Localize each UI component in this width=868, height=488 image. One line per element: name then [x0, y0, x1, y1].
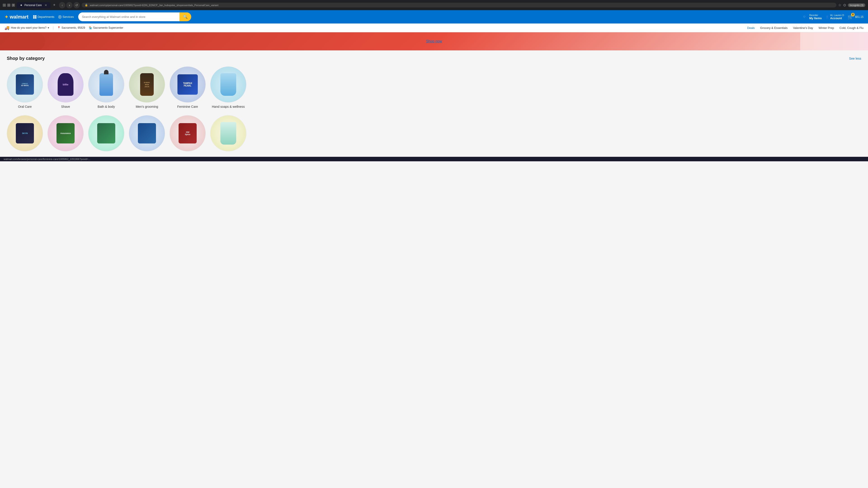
close-button[interactable]: ✕	[12, 4, 15, 7]
category-item-condoms[interactable]: SKYN	[7, 115, 43, 151]
shop-now-button[interactable]: Shop now	[426, 39, 442, 43]
product-billie-image: billie	[58, 73, 73, 96]
departments-nav[interactable]: Departments	[33, 15, 54, 19]
account-button[interactable]: 👤 Hi, Lauren D Account	[826, 14, 844, 20]
refresh-button[interactable]: ↺	[73, 2, 80, 8]
incognito-badge: Incognito (3)	[848, 3, 865, 7]
category-circle-feminine-care: TAMPAXPEARL	[169, 66, 206, 103]
search-button[interactable]: 🔍	[180, 12, 191, 21]
category-label-oral-care: Oral Care	[18, 105, 32, 108]
category-item-feminine-care[interactable]: TAMPAXPEARL Feminine Care	[169, 66, 206, 108]
category-item-bath-body[interactable]: Bath & body	[88, 66, 124, 108]
address-bar[interactable]: 🔒 walmart.com/cp/personal-care/1005862?p…	[82, 3, 836, 7]
category-item-hand-soaps[interactable]: Hand soaps & wellness	[210, 66, 246, 108]
category-label-feminine-care: Feminine Care	[177, 105, 198, 108]
heart-icon: ♡	[803, 15, 806, 19]
walmart-logo[interactable]: ✦ walmart	[4, 14, 29, 20]
tab-title: Personal Care	[24, 4, 42, 7]
category-label-shave: Shave	[61, 105, 70, 108]
svg-rect-0	[33, 15, 35, 17]
active-tab[interactable]: ✦ Personal Care ✕	[17, 2, 51, 8]
category-item-womens-underwear[interactable]: Assurance	[48, 115, 84, 151]
category-item-ear-care[interactable]	[129, 115, 165, 151]
category-grid-row1: CREST 3D WHITE Oral Care billie Shave	[7, 66, 861, 108]
address-bar-icon: 🔒	[85, 4, 88, 6]
svg-rect-2	[33, 17, 35, 18]
search-input[interactable]	[78, 12, 180, 21]
product-oldspice-image: OldSpice	[179, 123, 197, 143]
browser-chrome: ─ □ ✕ ✦ Personal Care ✕ + ‹ › ↺ 🔒 walmar…	[0, 0, 868, 10]
reorder-label: Reorder	[809, 14, 822, 17]
category-circle-condoms: SKYN	[7, 115, 43, 151]
category-circle-ear-care	[129, 115, 165, 151]
tab-bar: ✦ Personal Care ✕ +	[17, 2, 57, 8]
category-item-skin-care[interactable]	[210, 115, 246, 151]
back-button[interactable]: ‹	[59, 2, 65, 8]
banner-right-decoration	[800, 32, 868, 51]
spark-icon: ✦	[4, 14, 8, 20]
tab-close-button[interactable]: ✕	[44, 3, 47, 7]
see-less-button[interactable]: See less	[849, 57, 861, 60]
delivery-icon: 🚚	[4, 25, 9, 30]
category-label-mens-grooming: Men's grooming	[135, 105, 158, 108]
pump-head	[104, 70, 108, 74]
browser-action-icons: ☆ ⊙ Incognito (3)	[838, 3, 865, 7]
store-text: Sacramento Supercenter	[93, 26, 123, 29]
category-item-shave[interactable]: billie Shave	[48, 66, 84, 108]
account-icon: 👤	[826, 15, 829, 19]
product-every-man-image: EVERYMANJACK	[140, 73, 154, 96]
status-url: walmart.com/browse/personal-care/feminin…	[4, 158, 90, 160]
walmart-header: ✦ walmart Departments Services 🔍 ♡ Reord…	[0, 10, 868, 24]
cart-icon-wrap: 🛒 8	[848, 14, 853, 20]
category-item-deodorant[interactable]: OldSpice	[169, 115, 206, 151]
delivery-selector[interactable]: 🚚 How do you want your items? ▾	[4, 25, 49, 30]
maximize-button[interactable]: □	[7, 4, 10, 7]
category-circle-wipes	[88, 115, 124, 151]
nav-link-deals[interactable]: Deals	[747, 26, 755, 30]
category-circle-bath-body	[88, 66, 124, 103]
minimize-button[interactable]: ─	[3, 4, 6, 7]
nav-link-winter[interactable]: Winter Prep	[818, 26, 834, 30]
store-info[interactable]: 🏪 Sacramento Supercenter	[89, 26, 123, 29]
category-circle-deodorant: OldSpice	[169, 115, 206, 151]
category-circle-skin-care	[210, 115, 246, 151]
window-controls[interactable]: ─ □ ✕	[3, 4, 15, 7]
cart-count-badge: 8	[851, 13, 855, 17]
category-item-oral-care[interactable]: CREST 3D WHITE Oral Care	[7, 66, 43, 108]
services-nav[interactable]: Services	[58, 15, 74, 19]
url-text: walmart.com/cp/personal-care/1005862?pov…	[90, 4, 218, 6]
wishlist-button[interactable]: ♡	[803, 15, 806, 19]
location-pin-icon: 📍	[57, 26, 61, 29]
nav-link-grocery[interactable]: Grocery & Essentials	[760, 26, 787, 30]
nav-link-valentines[interactable]: Valentine's Day	[793, 26, 813, 30]
category-item-wipes[interactable]	[88, 115, 124, 151]
account-label: Account	[830, 17, 844, 20]
banner-strip: Shop now	[0, 32, 868, 51]
location-info[interactable]: 📍 Sacramento, 95829	[57, 26, 85, 29]
tab-favicon-icon: ✦	[20, 3, 23, 7]
category-circle-mens-grooming: EVERYMANJACK	[129, 66, 165, 103]
services-icon	[58, 15, 62, 19]
bookmark-icon[interactable]: ☆	[838, 3, 841, 7]
category-circle-hand-soaps	[210, 66, 246, 103]
header-nav: Departments Services	[33, 15, 74, 19]
product-skyn-image: SKYN	[16, 123, 34, 143]
secondary-nav: 🚚 How do you want your items? ▾ | 📍 Sacr…	[0, 24, 868, 32]
section-header: Shop by category See less	[7, 56, 861, 61]
header-actions: ♡ Reorder My Items 👤 Hi, Lauren D Accoun…	[803, 14, 864, 20]
status-bar: walmart.com/browse/personal-care/feminin…	[0, 157, 868, 161]
grid-icon	[33, 15, 37, 19]
category-label-bath-body: Bath & body	[98, 105, 115, 108]
category-circle-oral-care: CREST 3D WHITE	[7, 66, 43, 103]
reorder-button[interactable]: Reorder My Items	[809, 14, 822, 20]
category-grid-row2: SKYN Assurance	[7, 115, 861, 151]
nav-link-cold[interactable]: Cold, Cough & Flu	[839, 26, 864, 30]
section-title: Shop by category	[7, 56, 45, 61]
profile-icon[interactable]: ⊙	[843, 3, 846, 7]
category-item-mens-grooming[interactable]: EVERYMANJACK Men's grooming	[129, 66, 165, 108]
nav-buttons: ‹ › ↺	[59, 2, 80, 8]
forward-button[interactable]: ›	[66, 2, 72, 8]
cart-button[interactable]: 🛒 8 $51.15	[848, 14, 864, 20]
cart-price: $51.15	[855, 15, 864, 19]
new-tab-button[interactable]: +	[51, 2, 57, 8]
